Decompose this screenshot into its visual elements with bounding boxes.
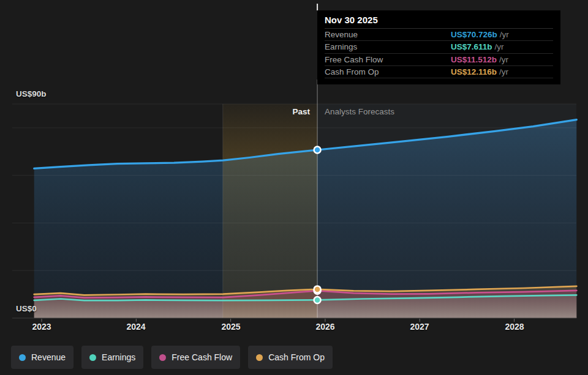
- hover-tooltip: Nov 30 2025 Revenue US$70.726b /yr Earni…: [317, 10, 560, 84]
- chart-panel: US$90b US$0 2023 2024 2025 2026 2027 202…: [0, 0, 588, 375]
- earnings-marker[interactable]: [314, 297, 321, 303]
- legend-item-earnings[interactable]: Earnings: [81, 346, 143, 369]
- x-tick-2026: 2026: [315, 322, 334, 332]
- tooltip-row-cash-from-op: Cash From Op US$12.116b /yr: [325, 66, 553, 78]
- tooltip-suffix: /yr: [500, 30, 509, 39]
- x-tick-2025: 2025: [221, 322, 240, 332]
- cash-from-op-dot-icon: [256, 354, 263, 361]
- x-tick-2023: 2023: [32, 322, 51, 332]
- tooltip-suffix: /yr: [499, 55, 508, 64]
- tooltip-suffix: /yr: [495, 42, 504, 51]
- tooltip-row-free-cash-flow: Free Cash Flow US$11.512b /yr: [325, 54, 553, 66]
- legend-label: Revenue: [31, 352, 66, 362]
- tooltip-label: Free Cash Flow: [325, 55, 451, 64]
- tooltip-row-revenue: Revenue US$70.726b /yr: [325, 29, 553, 41]
- earnings-dot-icon: [89, 354, 96, 361]
- revenue-marker[interactable]: [314, 146, 321, 153]
- revenue-dot-icon: [19, 354, 26, 361]
- tooltip-suffix: /yr: [499, 67, 508, 76]
- tooltip-label: Earnings: [325, 42, 451, 51]
- y-axis-label-zero: US$0: [16, 304, 37, 313]
- tooltip-label: Revenue: [325, 30, 451, 39]
- tooltip-value: US$11.512b: [451, 55, 497, 64]
- tooltip-row-earnings: Earnings US$7.611b /yr: [325, 41, 553, 53]
- tooltip-value: US$12.116b: [451, 67, 497, 76]
- x-tick-2024: 2024: [126, 322, 145, 332]
- cash-from-op-marker[interactable]: [314, 286, 321, 292]
- legend-item-free-cash-flow[interactable]: Free Cash Flow: [151, 346, 240, 369]
- legend-item-revenue[interactable]: Revenue: [11, 346, 74, 369]
- tooltip-value: US$7.611b: [451, 42, 492, 51]
- y-axis-label-top: US$90b: [16, 89, 47, 98]
- x-tick-2028: 2028: [505, 322, 524, 332]
- legend-item-cash-from-op[interactable]: Cash From Op: [248, 346, 333, 369]
- past-label: Past: [0, 107, 310, 116]
- tooltip-label: Cash From Op: [325, 67, 451, 76]
- legend-label: Cash From Op: [268, 352, 325, 362]
- legend: Revenue Earnings Free Cash Flow Cash Fro…: [11, 346, 333, 369]
- tooltip-value: US$70.726b: [451, 30, 497, 39]
- x-tick-2027: 2027: [410, 322, 429, 332]
- past-year-band: [223, 104, 317, 318]
- legend-label: Free Cash Flow: [172, 352, 232, 362]
- tooltip-date: Nov 30 2025: [325, 10, 553, 29]
- legend-label: Earnings: [102, 352, 135, 362]
- analysts-forecasts-label: Analysts Forecasts: [325, 107, 394, 116]
- free-cash-flow-dot-icon: [159, 354, 166, 361]
